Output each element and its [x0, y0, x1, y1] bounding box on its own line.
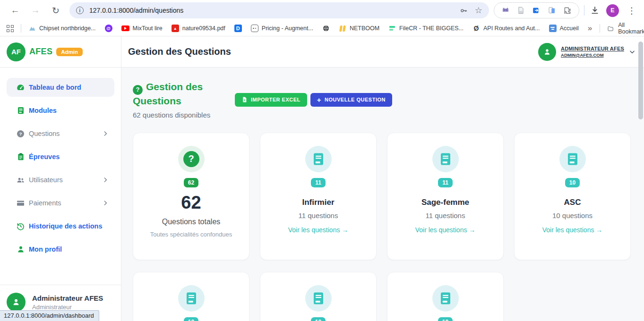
user-icon: [16, 245, 25, 253]
extensions-pill: [494, 2, 579, 18]
specialty-card-partial: 10: [387, 272, 504, 321]
count-badge: 11: [438, 178, 453, 187]
book-icon: [305, 285, 332, 312]
bookmark-chipset[interactable]: Chipset northbridge...: [28, 25, 96, 32]
browser-profile-avatar[interactable]: E: [606, 4, 619, 17]
cards-grid-row2: 10 10: [133, 272, 633, 321]
status-bar-link-preview: 127.0.0.1:8000/admin/dashboard: [0, 310, 99, 321]
sidebar-item-utilisateurs[interactable]: Utilisateurs: [7, 170, 114, 189]
book-icon: [432, 285, 459, 312]
header-user-name: ADMINISTRATEUR AFES: [561, 46, 624, 51]
credit-card-icon: [16, 199, 25, 208]
netboom-favicon: [339, 25, 346, 32]
view-questions-link[interactable]: Voir les questions →: [542, 226, 603, 234]
all-bookmarks-button[interactable]: All Bookmarks: [607, 22, 644, 35]
sidebar-item-questions[interactable]: ? Questions: [7, 124, 114, 143]
person-icon: [11, 297, 21, 307]
apps-grid-icon[interactable]: [7, 25, 14, 32]
person-icon: [543, 48, 551, 56]
bookmark-nature-pdf[interactable]: ▲ nature09534.pdf: [172, 25, 225, 32]
browser-toolbar: ← → ↻ i 127.0.0.1:8000/admin/questions ☆: [0, 0, 644, 21]
youtube-favicon: [121, 25, 129, 31]
count-badge: 11: [311, 178, 326, 187]
bookmark-globe-site[interactable]: [322, 25, 330, 32]
forward-button[interactable]: →: [28, 3, 43, 18]
pages-extension-icon[interactable]: [548, 6, 556, 15]
bookmark-mixtout[interactable]: MixTout lire: [121, 25, 163, 32]
view-questions-link[interactable]: Voir les questions →: [415, 226, 476, 234]
total-title: Questions totales: [162, 218, 221, 226]
reload-button[interactable]: ↻: [48, 3, 63, 18]
total-questions-card: ? 62 62 Questions totales Toutes spécial…: [133, 133, 249, 260]
cards-grid: ? 62 62 Questions totales Toutes spécial…: [133, 133, 633, 260]
specialty-title: Infirmier: [302, 198, 334, 207]
extensions-puzzle-icon[interactable]: [563, 6, 572, 15]
book-icon: [432, 146, 459, 172]
sidebar-item-modules[interactable]: Modules: [7, 101, 114, 120]
new-question-button[interactable]: + NOUVELLE QUESTION: [310, 93, 392, 107]
page-header: Gestion des Questions ADMINISTRATEUR AFE…: [121, 36, 644, 68]
sidebar-item-paiements[interactable]: Paiements: [7, 194, 114, 212]
sidebar-item-historique[interactable]: Historique des actions: [7, 217, 114, 236]
sidebar-user-avatar: [7, 293, 26, 312]
chevron-right-icon: [102, 130, 109, 137]
excel-file-icon: [241, 96, 248, 103]
question-circle-icon: ?: [16, 129, 25, 138]
clipboard-icon: [16, 152, 25, 161]
sidebar-user-role: Administrateur: [32, 304, 103, 311]
bookmark-d-site[interactable]: D: [234, 25, 242, 32]
filecr-favicon: [388, 25, 396, 32]
bookmarks-separator-right: [600, 24, 600, 33]
url-text: 127.0.0.1:8000/admin/questions: [89, 7, 183, 14]
mountain-favicon: [28, 25, 36, 32]
specialty-count: 10 questions: [552, 211, 592, 220]
header-profile-dropdown[interactable]: ADMINISTRATEUR AFES ADMIN@AFES.COM: [538, 43, 635, 61]
view-questions-link[interactable]: Voir les questions →: [288, 226, 349, 234]
bookmarks-bar: Chipset northbridge... @ MixTout lire ▲ …: [0, 21, 644, 36]
count-badge: 62: [184, 178, 198, 187]
document-extension-icon[interactable]: [517, 6, 525, 15]
content-heading-row: ?Gestion des Questions 62 questions disp…: [133, 81, 633, 119]
book-icon: [16, 106, 25, 115]
specialty-title: ASC: [564, 198, 581, 207]
gauge-icon: [16, 83, 25, 92]
specialty-card-asc: 10 ASC 10 questions Voir les questions →: [514, 133, 631, 260]
bookmark-purple-site[interactable]: @: [105, 25, 112, 32]
content-area: ?Gestion des Questions 62 questions disp…: [121, 68, 644, 321]
bookmark-star-icon[interactable]: ☆: [475, 5, 482, 16]
address-bar[interactable]: i 127.0.0.1:8000/admin/questions ☆: [69, 2, 489, 18]
plus-icon: +: [317, 96, 321, 104]
download-icon[interactable]: [590, 6, 600, 15]
browser-menu-kebab-icon[interactable]: ⋮: [624, 3, 639, 18]
browser-window: ← → ↻ i 127.0.0.1:8000/admin/questions ☆: [0, 0, 644, 321]
sidebar-item-mon-profil[interactable]: Mon profil: [7, 240, 114, 259]
afes-logo: AF: [7, 42, 26, 61]
sidebar-item-epreuves[interactable]: Épreuves: [7, 147, 114, 166]
sidebar-user-name: Administrateur AFES: [32, 294, 103, 302]
site-info-icon[interactable]: i: [76, 7, 84, 14]
bookmark-netboom[interactable]: NETBOOM: [339, 25, 379, 32]
pdf-favicon: ▲: [172, 25, 179, 32]
back-button[interactable]: ←: [8, 3, 23, 18]
header-user-email: ADMIN@AFES.COM: [561, 52, 624, 58]
sidebar-nav: Tableau de bord Modules: [0, 68, 121, 285]
d-tile-favicon: D: [234, 25, 242, 32]
globe-favicon: [322, 25, 330, 32]
password-key-icon[interactable]: [460, 7, 468, 15]
cat-extension-icon[interactable]: [501, 6, 510, 15]
users-icon: [16, 176, 25, 185]
brand-name: AFES: [29, 47, 52, 57]
import-excel-button[interactable]: IMPORTER EXCEL: [235, 93, 307, 107]
sidebar-item-tableau-de-bord[interactable]: Tableau de bord: [7, 78, 114, 97]
chevron-down-icon: [629, 49, 635, 55]
count-badge: 10: [311, 317, 326, 321]
bookmark-pricing-augment[interactable]: Pricing - Augment...: [251, 25, 313, 32]
share-extension-icon[interactable]: [532, 6, 541, 15]
page-scrollbar-thumb[interactable]: [638, 42, 643, 119]
bookmark-api-routes[interactable]: Ø API Routes and Aut...: [472, 25, 540, 32]
bookmarks-overflow-chevron[interactable]: »: [588, 24, 592, 33]
purple-at-favicon: @: [105, 25, 112, 32]
bookmark-filecr[interactable]: FileCR - THE BIGGES...: [388, 25, 464, 32]
bookmark-accueil[interactable]: Accueil: [549, 25, 579, 32]
book-icon: [559, 146, 586, 172]
